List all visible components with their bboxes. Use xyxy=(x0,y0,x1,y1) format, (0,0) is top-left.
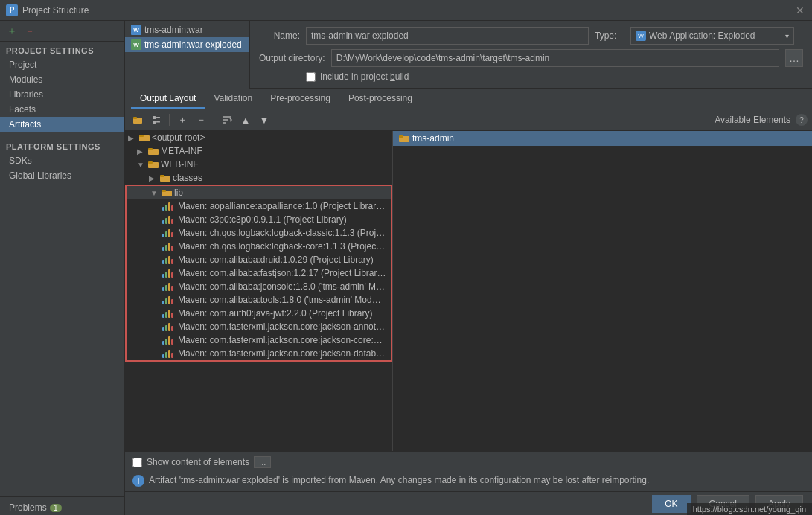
tab-post-processing[interactable]: Post-processing xyxy=(339,89,421,109)
url-bar: https://blog.csdn.net/young_qin xyxy=(687,503,812,515)
info-icon: i xyxy=(132,475,144,487)
list-tool-button[interactable] xyxy=(148,112,164,128)
svg-rect-14 xyxy=(148,161,153,164)
arrow-icon: ▼ xyxy=(137,161,146,169)
name-label: Name: xyxy=(259,31,300,41)
tree-item-label: WEB-INF xyxy=(161,159,199,170)
tab-output-layout[interactable]: Output Layout xyxy=(131,89,205,109)
sidebar-item-problems[interactable]: Problems 1 xyxy=(0,500,124,515)
sidebar-item-modules[interactable]: Modules xyxy=(0,72,124,87)
output-dir-input[interactable] xyxy=(331,49,779,67)
tree-item-label: <output root> xyxy=(152,132,205,143)
maven-icon xyxy=(162,255,173,264)
main-container: ＋ － PROJECT SETTINGS Project Modules Lib… xyxy=(0,21,812,515)
tree-item-maven-logback-classic[interactable]: Maven: ch.qos.logback:logback-classic:1.… xyxy=(127,226,391,240)
info-row: i Artifact 'tms-admin:war exploded' is i… xyxy=(132,474,805,487)
svg-rect-2 xyxy=(153,116,156,119)
tree-item-maven-jconsole[interactable]: Maven: com.alibaba:jconsole:1.8.0 ('tms-… xyxy=(127,280,391,293)
tree-item-maven-tools[interactable]: Maven: com.alibaba:tools:1.8.0 ('tms-adm… xyxy=(127,293,391,307)
more-button[interactable]: ... xyxy=(254,456,271,468)
tabs-bar: Output Layout Validation Pre-processing … xyxy=(125,89,812,109)
output-dir-row: Output directory: … xyxy=(259,49,803,67)
artifact-tms-admin-war-exploded[interactable]: W tms-admin:war exploded xyxy=(125,37,249,52)
close-button[interactable]: ✕ xyxy=(794,4,806,16)
tree-item-maven-druid[interactable]: Maven: com.alibaba:druid:1.0.29 (Project… xyxy=(127,253,391,266)
sidebar-item-label: Modules xyxy=(9,74,42,85)
sidebar-item-label: Facets xyxy=(9,104,36,115)
sidebar-item-libraries[interactable]: Libraries xyxy=(0,87,124,102)
sidebar: ＋ － PROJECT SETTINGS Project Modules Lib… xyxy=(0,21,125,515)
toolbar-sep-2 xyxy=(214,114,214,126)
split-content: ▶ <output root> ▶ META-INF ▼ WEB-INF xyxy=(125,131,812,451)
tree-item-maven-jackson-core[interactable]: Maven: com.fasterxml.jackson.core:jackso… xyxy=(127,333,391,347)
type-icon: W xyxy=(636,31,646,41)
sidebar-item-sdks[interactable]: SDKs xyxy=(0,153,124,168)
tree-item-maven-c3p0[interactable]: Maven: c3p0:c3p0:0.9.1.1 (Project Librar… xyxy=(127,213,391,226)
remove-button[interactable]: － xyxy=(22,24,37,39)
tab-validation[interactable]: Validation xyxy=(205,89,261,109)
artifact-label: tms-admin:war xyxy=(144,25,203,35)
platform-settings-label: PLATFORM SETTINGS xyxy=(0,138,124,153)
title-bar-text: Project Structure xyxy=(22,5,794,16)
show-content-label: Show content of elements xyxy=(147,457,249,467)
tree-item-maven-fastjson[interactable]: Maven: com.alibaba:fastjson:1.2.17 (Proj… xyxy=(127,266,391,280)
arrow-icon: ▶ xyxy=(128,134,137,142)
tree-item-maven-jackson-databind[interactable]: Maven: com.fasterxml.jackson.core:jackso… xyxy=(127,347,391,360)
tree-item-maven-logback-core[interactable]: Maven: ch.qos.logback:logback-core:1.1.3… xyxy=(127,240,391,253)
svg-rect-4 xyxy=(156,117,160,118)
add-element-button[interactable]: ＋ xyxy=(174,112,191,128)
available-item-label: tms-admin xyxy=(412,133,454,144)
add-button[interactable]: ＋ xyxy=(4,24,19,39)
app-icon: P xyxy=(6,4,18,16)
maven-icon xyxy=(162,349,173,358)
tree-item-maven-jackson-annot[interactable]: Maven: com.fasterxml.jackson.core:jackso… xyxy=(127,320,391,333)
sidebar-divider xyxy=(0,496,124,497)
include-label: Include in project build xyxy=(320,71,409,82)
tree-item-label: Maven: com.alibaba:tools:1.8.0 ('tms-adm… xyxy=(178,295,381,305)
sidebar-item-global-libraries[interactable]: Global Libraries xyxy=(0,168,124,183)
tree-item-label: Maven: com.alibaba:jconsole:1.8.0 ('tms-… xyxy=(178,281,385,292)
remove-element-button[interactable]: － xyxy=(193,112,209,128)
show-content-checkbox[interactable] xyxy=(132,458,142,467)
tree-item-maven-java-jwt[interactable]: Maven: com.auth0:java-jwt:2.2.0 (Project… xyxy=(127,307,391,320)
sidebar-item-facets[interactable]: Facets xyxy=(0,102,124,117)
tree-item-meta-inf[interactable]: ▶ META-INF xyxy=(125,144,392,158)
move-down-button[interactable]: ▼ xyxy=(256,112,272,128)
maven-icon xyxy=(162,282,173,291)
tree-item-label: Maven: aopalliance:aopalliance:1.0 (Proj… xyxy=(178,201,385,211)
sidebar-item-project[interactable]: Project xyxy=(0,57,124,72)
move-up-button[interactable]: ▲ xyxy=(237,112,254,128)
type-label: Type: xyxy=(595,31,624,41)
sidebar-item-artifacts[interactable]: Artifacts xyxy=(0,117,124,132)
available-item-tms-admin[interactable]: tms-admin xyxy=(393,131,812,146)
help-button[interactable]: ? xyxy=(796,114,808,126)
layout-toolbar: ＋ － ▲ ▼ Available Elements ? xyxy=(125,109,812,131)
tree-item-label: Maven: ch.qos.logback:logback-core:1.1.3… xyxy=(178,241,385,252)
ok-button[interactable]: OK xyxy=(652,495,690,513)
type-value: Web Application: Exploded xyxy=(649,31,755,41)
tab-pre-processing[interactable]: Pre-processing xyxy=(261,89,339,109)
artifact-tms-admin-war[interactable]: W tms-admin:war xyxy=(125,22,249,37)
maven-icon xyxy=(162,228,173,237)
sidebar-item-label: Global Libraries xyxy=(9,170,71,181)
lib-container: ▼ lib Maven: aopalliance:aopalliance:1.0… xyxy=(125,185,392,362)
include-checkbox[interactable] xyxy=(306,72,316,82)
browse-button[interactable]: … xyxy=(785,49,803,67)
tree-item-classes[interactable]: ▶ classes xyxy=(125,171,392,185)
tree-item-label: META-INF xyxy=(161,146,202,156)
tree-item-maven-aopalliance[interactable]: Maven: aopalliance:aopalliance:1.0 (Proj… xyxy=(127,199,391,213)
sidebar-toolbar: ＋ － xyxy=(0,21,124,42)
tree-item-output-root[interactable]: ▶ <output root> xyxy=(125,131,392,144)
name-input[interactable] xyxy=(306,27,589,45)
folder-tool-button[interactable] xyxy=(130,112,146,128)
tree-item-label: Maven: com.fasterxml.jackson.core:jackso… xyxy=(178,348,385,359)
type-select[interactable]: W Web Application: Exploded ▾ xyxy=(630,27,794,45)
tree-item-web-inf[interactable]: ▼ WEB-INF xyxy=(125,158,392,171)
sort-button[interactable] xyxy=(219,112,235,128)
tree-item-label: Maven: c3p0:c3p0:0.9.1.1 (Project Librar… xyxy=(178,214,347,225)
name-row: Name: Type: W Web Application: Exploded … xyxy=(259,27,803,45)
sidebar-item-label: Project xyxy=(9,60,36,70)
tree-item-label: Maven: com.fasterxml.jackson.core:jackso… xyxy=(178,322,385,332)
tree-item-lib[interactable]: ▼ lib xyxy=(127,186,391,199)
svg-rect-5 xyxy=(156,121,160,123)
